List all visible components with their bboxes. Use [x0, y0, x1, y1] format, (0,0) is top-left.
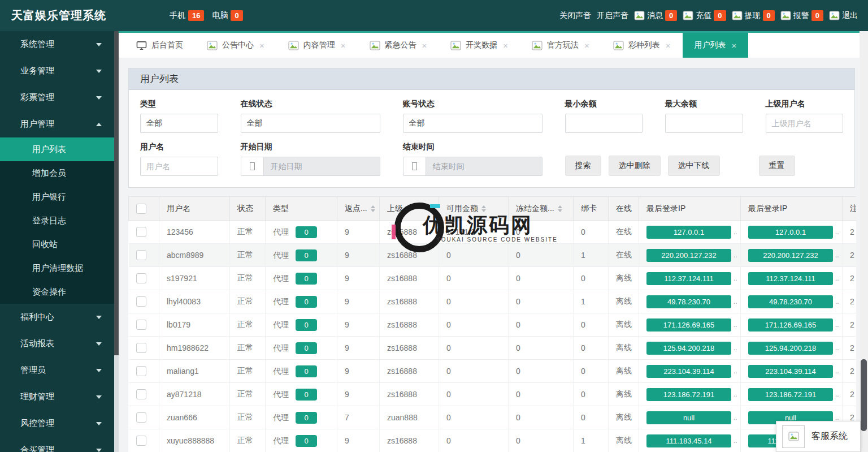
sidebar-group-合买管理[interactable]: 合买管理: [0, 437, 114, 452]
sidebar-group-福利中心[interactable]: 福利中心: [0, 304, 114, 330]
select-all-checkbox[interactable]: [136, 204, 146, 214]
sidebar-item-用户清理数据[interactable]: 用户清理数据: [0, 256, 114, 280]
sidebar-group-彩票管理[interactable]: 彩票管理: [0, 84, 114, 111]
ip-badge-button[interactable]: 220.200.127.232: [748, 249, 833, 262]
sidebar-group-用户管理[interactable]: 用户管理: [0, 111, 114, 137]
sidebar-item-增加会员[interactable]: 增加会员: [0, 161, 114, 185]
tab-开奖数据[interactable]: 开奖数据×: [439, 33, 520, 58]
row-checkbox[interactable]: [136, 273, 146, 283]
sidebar-item-登录日志[interactable]: 登录日志: [0, 209, 114, 233]
button-选中下线[interactable]: 选中下线: [668, 156, 720, 176]
sidebar-scrollbar[interactable]: [114, 31, 119, 452]
date-input-开始日期[interactable]: [241, 157, 380, 176]
tab-close-icon[interactable]: ×: [341, 41, 346, 50]
input-账号状态[interactable]: [403, 114, 542, 133]
ip-badge-button[interactable]: 171.126.69.165: [646, 318, 731, 332]
ip-badge-button[interactable]: 125.94.200.218: [748, 342, 833, 355]
header-action-报警[interactable]: 报警0: [780, 10, 823, 21]
ip-badge-button[interactable]: 127.0.0.1: [748, 226, 833, 239]
header-action-充值[interactable]: 充值0: [683, 10, 726, 21]
date-input-结束时间[interactable]: [403, 157, 542, 176]
header-action-退出[interactable]: 退出: [829, 11, 858, 21]
ip-badge-button[interactable]: 223.104.39.114: [646, 365, 731, 378]
service-widget[interactable]: 客服系统: [776, 421, 861, 452]
row-checkbox[interactable]: [136, 296, 146, 307]
tab-close-icon[interactable]: ×: [732, 41, 737, 50]
cell-username: hm1988622: [159, 337, 230, 360]
tab-用户列表[interactable]: 用户列表×: [683, 33, 749, 58]
input-在线状态[interactable]: [241, 114, 380, 133]
tab-close-icon[interactable]: ×: [666, 41, 671, 50]
tab-公告中心[interactable]: 公告中心×: [195, 33, 276, 58]
sort-icon[interactable]: [371, 205, 375, 212]
ip-badge-button[interactable]: 49.78.230.70: [646, 295, 731, 308]
column-header-冻结金额...[interactable]: 冻结金额...: [509, 197, 574, 221]
filter-field-结束时间: 结束时间: [403, 142, 542, 176]
ip-badge-button[interactable]: 111.183.45.14: [646, 434, 731, 447]
button-选中删除[interactable]: 选中删除: [609, 156, 661, 176]
sidebar-item-用户银行[interactable]: 用户银行: [0, 185, 114, 209]
tab-紧急公告[interactable]: 紧急公告×: [358, 33, 439, 58]
cell-frozen: 0: [509, 267, 574, 290]
sidebar-group-业务管理[interactable]: 业务管理: [0, 58, 114, 84]
row-checkbox[interactable]: [136, 436, 146, 446]
date-field[interactable]: [264, 157, 380, 175]
sound-on-button[interactable]: 开启声音: [597, 11, 628, 21]
header-action-提现[interactable]: 提现0: [732, 10, 775, 21]
sidebar-group-活动报表[interactable]: 活动报表: [0, 330, 114, 357]
sidebar-scrollbar-thumb[interactable]: [114, 31, 119, 355]
calendar-icon[interactable]: [403, 157, 426, 175]
row-checkbox[interactable]: [136, 250, 146, 260]
date-field[interactable]: [426, 157, 542, 175]
input-最小余额[interactable]: [565, 114, 643, 133]
button-搜索[interactable]: 搜索: [565, 156, 601, 176]
tab-close-icon[interactable]: ×: [584, 41, 589, 50]
tab-官方玩法[interactable]: 官方玩法×: [520, 33, 601, 58]
ip-badge-button[interactable]: 125.94.200.218: [646, 342, 731, 355]
row-checkbox[interactable]: [136, 227, 146, 237]
sort-icon[interactable]: [481, 205, 486, 212]
input-类型[interactable]: [140, 114, 218, 133]
sidebar-item-资金操作[interactable]: 资金操作: [0, 280, 114, 304]
tab-内容管理[interactable]: 内容管理×: [276, 33, 358, 58]
tab-close-icon[interactable]: ×: [422, 41, 427, 50]
sidebar-item-回收站[interactable]: 回收站: [0, 233, 114, 256]
ip-badge-button[interactable]: 49.78.230.70: [748, 295, 833, 308]
truncate-dots: ..: [835, 298, 839, 305]
ip-badge-button[interactable]: 223.104.39.114: [748, 365, 833, 378]
sound-off-button[interactable]: 关闭声音: [559, 11, 591, 21]
ip-badge-button[interactable]: 123.186.72.191: [646, 388, 731, 401]
button-重置[interactable]: 重置: [759, 156, 795, 176]
calendar-icon[interactable]: [241, 157, 264, 175]
sidebar-item-用户列表[interactable]: 用户列表: [0, 137, 114, 161]
row-checkbox[interactable]: [136, 412, 146, 423]
tab-close-icon[interactable]: ×: [259, 41, 264, 50]
ip-badge-button[interactable]: 127.0.0.1: [646, 226, 731, 239]
input-最大余额[interactable]: [665, 114, 743, 133]
column-header-可用金额[interactable]: 可用金额: [439, 197, 509, 221]
tab-后台首页[interactable]: 后台首页: [124, 33, 195, 58]
input-用户名[interactable]: [140, 157, 218, 176]
ip-badge-button[interactable]: 123.186.72.191: [748, 388, 833, 401]
row-checkbox[interactable]: [136, 320, 146, 330]
sidebar-group-管理员[interactable]: 管理员: [0, 357, 114, 384]
header-action-消息[interactable]: 消息0: [634, 10, 677, 21]
ip-badge-button[interactable]: 112.37.124.111: [748, 272, 833, 285]
sidebar-group-理财管理[interactable]: 理财管理: [0, 384, 114, 410]
row-checkbox[interactable]: [136, 343, 146, 353]
ip-badge-button[interactable]: 171.126.69.165: [748, 318, 833, 332]
column-header-返点...[interactable]: 返点...: [337, 197, 380, 221]
ip-badge-button[interactable]: 220.200.127.232: [646, 249, 731, 262]
sidebar-group-风控管理[interactable]: 风控管理: [0, 410, 114, 437]
input-上级用户名[interactable]: [766, 114, 844, 133]
page-scrollbar[interactable]: [860, 31, 868, 452]
tab-彩种列表[interactable]: 彩种列表×: [601, 33, 683, 58]
sidebar-group-系统管理[interactable]: 系统管理: [0, 31, 114, 58]
sort-icon[interactable]: [558, 205, 562, 212]
row-checkbox[interactable]: [136, 366, 146, 376]
ip-badge-button[interactable]: 112.37.124.111: [646, 272, 731, 285]
ip-badge-button[interactable]: null: [646, 411, 731, 424]
row-checkbox[interactable]: [136, 389, 146, 399]
page-scrollbar-thumb[interactable]: [861, 359, 867, 431]
tab-close-icon[interactable]: ×: [503, 41, 508, 50]
